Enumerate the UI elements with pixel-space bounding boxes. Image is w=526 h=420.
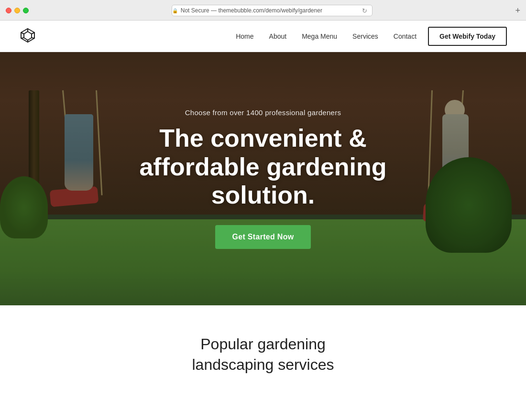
logo[interactable] (19, 27, 36, 46)
close-button[interactable] (6, 8, 11, 13)
fullscreen-button[interactable] (23, 8, 29, 13)
svg-line-6 (21, 38, 24, 38)
reload-icon[interactable]: ↻ (362, 7, 367, 14)
address-bar[interactable]: 🔒 Not Secure — themebubble.com/demo/webi… (172, 5, 373, 16)
navbar-cta-button[interactable]: Get Webify Today (428, 27, 507, 46)
new-tab-button[interactable]: + (515, 6, 520, 15)
section-below: Popular gardeninglandscaping services (0, 305, 526, 418)
nav-services[interactable]: Services (352, 32, 378, 40)
hero-cta-button[interactable]: Get Started Now (215, 225, 311, 249)
hero-content: Choose from over 1400 professional garde… (91, 108, 435, 249)
url-text: Not Secure — themebubble.com/demo/webify… (181, 7, 322, 14)
nav-mega-menu[interactable]: Mega Menu (302, 32, 337, 40)
hero-title: The convenient & affordable gardening so… (100, 124, 426, 210)
traffic-lights (6, 8, 29, 13)
lock-icon: 🔒 (172, 8, 178, 13)
nav-links: Home About Mega Menu Services Contact (236, 32, 416, 40)
browser-chrome: 🔒 Not Secure — themebubble.com/demo/webi… (0, 0, 526, 21)
section-title: Popular gardeninglandscaping services (10, 334, 516, 375)
nav-about[interactable]: About (269, 32, 287, 40)
hero-subtitle: Choose from over 1400 professional garde… (100, 108, 426, 117)
nav-home[interactable]: Home (236, 32, 253, 40)
website-content: Home About Mega Menu Services Contact Ge… (0, 21, 526, 418)
navbar: Home About Mega Menu Services Contact Ge… (0, 21, 526, 52)
minimize-button[interactable] (14, 8, 20, 13)
nav-contact[interactable]: Contact (394, 32, 416, 40)
svg-line-4 (32, 38, 34, 38)
hero-section: Choose from over 1400 professional garde… (0, 52, 526, 305)
logo-icon (19, 27, 36, 44)
svg-marker-1 (24, 32, 32, 40)
